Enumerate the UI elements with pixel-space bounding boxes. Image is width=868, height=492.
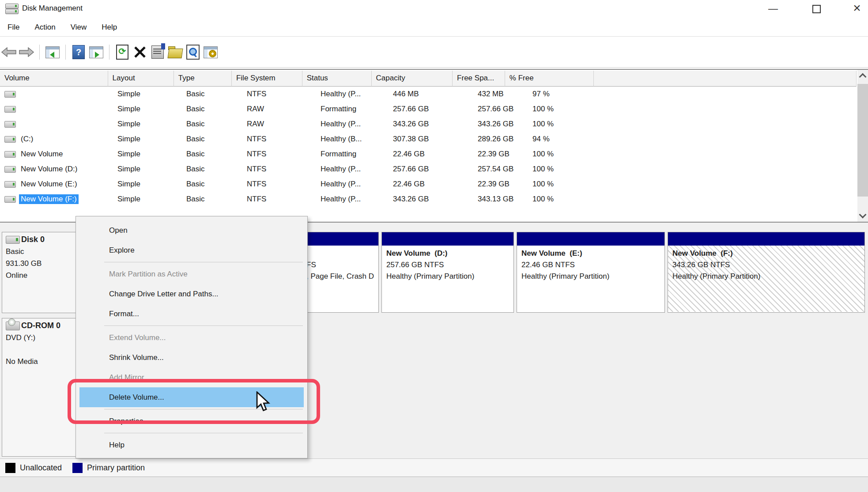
menubar-item-view[interactable]: View xyxy=(63,19,94,32)
volume-icon xyxy=(4,121,16,128)
menubar-item-action[interactable]: Action xyxy=(27,19,63,32)
toolbar: ? ⟳ xyxy=(0,37,868,68)
disk0-type: Basic xyxy=(6,247,72,256)
disk0-panel[interactable]: Disk 0 Basic 931.30 GB Online xyxy=(2,232,76,313)
cell-c1: Simple xyxy=(113,90,182,98)
partition-health: Healthy (Primary Partition) xyxy=(521,272,661,281)
status-bar xyxy=(0,477,868,492)
partition-size: 257.66 GB NTFS xyxy=(386,261,510,269)
cell-c1: Simple xyxy=(113,195,182,204)
menu-item-open[interactable]: Open xyxy=(76,220,307,240)
partition-body: FS, Page File, Crash D xyxy=(302,246,378,312)
show-console-tree-icon[interactable] xyxy=(44,43,61,61)
legend-bar: Unallocated Primary partition xyxy=(0,458,868,477)
partition-c-partial[interactable]: FS, Page File, Crash D xyxy=(302,232,379,313)
menubar-item-file[interactable]: File xyxy=(0,19,27,32)
menu-item-format[interactable]: Format... xyxy=(76,304,307,324)
partition-health: Healthy (Primary Partition) xyxy=(672,272,861,281)
table-row[interactable]: New Volume (D:)SimpleBasicNTFSHealthy (P… xyxy=(0,162,857,177)
partition-d[interactable]: New Volume (D:)257.66 GB NTFSHealthy (Pr… xyxy=(381,232,514,313)
partition-e[interactable]: New Volume (E:)22.46 GB NTFSHealthy (Pri… xyxy=(517,232,665,313)
partition-header-bar xyxy=(302,232,378,246)
cell-c7: 100 % xyxy=(528,105,621,114)
cell-c7: 100 % xyxy=(528,195,621,204)
maximize-button[interactable] xyxy=(804,0,829,18)
menu-item-change-drive-letter-and-paths[interactable]: Change Drive Letter and Paths... xyxy=(76,284,307,304)
volume-icon xyxy=(4,136,16,143)
table-row[interactable]: New Volume (E:)SimpleBasicNTFSHealthy (P… xyxy=(0,177,857,192)
open-folder-icon[interactable] xyxy=(166,43,184,61)
cell-c6: 289.26 GB xyxy=(473,135,528,144)
vertical-scrollbar[interactable] xyxy=(857,70,868,222)
volume-label: New Volume xyxy=(19,149,64,159)
disk-management-app-icon xyxy=(5,4,19,14)
column-header-Layout[interactable]: Layout xyxy=(108,71,174,87)
partition-body: New Volume (E:)22.46 GB NTFSHealthy (Pri… xyxy=(517,246,664,312)
partition-name: New Volume (D:) xyxy=(386,249,510,258)
table-row[interactable]: (C:)SimpleBasicNTFSHealthy (B...307.38 G… xyxy=(0,132,857,147)
menu-item-extend-volume: Extend Volume... xyxy=(76,328,307,348)
cell-c5: 257.66 GB xyxy=(389,165,473,174)
menu-item-delete-volume[interactable]: Delete Volume... xyxy=(79,387,304,407)
scroll-up-icon[interactable] xyxy=(857,70,868,82)
menubar-item-help[interactable]: Help xyxy=(94,19,125,32)
disk-icon xyxy=(6,236,20,244)
column-header-Type[interactable]: Type xyxy=(174,71,232,87)
cell-c5: 343.26 GB xyxy=(389,120,473,129)
table-row[interactable]: SimpleBasicNTFSHealthy (P...446 MB432 MB… xyxy=(0,87,857,102)
table-row[interactable]: New Volume (F:)SimpleBasicNTFSHealthy (P… xyxy=(0,192,857,207)
column-header-% Free[interactable]: % Free xyxy=(505,71,594,87)
table-row[interactable]: SimpleBasicRAWHealthy (P...343.26 GB343.… xyxy=(0,117,857,132)
refresh-icon[interactable]: ⟳ xyxy=(113,43,131,61)
menu-item-explore[interactable]: Explore xyxy=(76,240,307,260)
menu-bar: FileActionViewHelp xyxy=(0,19,868,37)
show-action-pane-icon[interactable] xyxy=(87,43,105,61)
cell-c6: 343.26 GB xyxy=(473,120,528,129)
column-header-File System[interactable]: File System xyxy=(232,71,302,87)
column-header-Capacity[interactable]: Capacity xyxy=(372,71,453,87)
cell-c7: 100 % xyxy=(528,165,621,174)
help-icon[interactable]: ? xyxy=(70,43,87,61)
cell-c2: Basic xyxy=(182,90,242,98)
menu-item-help[interactable]: Help xyxy=(76,435,307,455)
forward-icon[interactable] xyxy=(18,43,35,61)
cell-c1: Simple xyxy=(113,165,182,174)
menu-item-properties[interactable]: Properties xyxy=(76,411,307,431)
column-header-blank[interactable] xyxy=(594,71,857,87)
spacer xyxy=(6,345,72,354)
volume-icon xyxy=(4,91,16,98)
partition-name: New Volume (E:) xyxy=(521,249,661,258)
column-header-Free Spa...[interactable]: Free Spa... xyxy=(453,71,505,87)
scrollbar-thumb[interactable] xyxy=(857,84,868,197)
table-row[interactable]: New VolumeSimpleBasicNTFSFormatting22.46… xyxy=(0,147,857,162)
cell-c2: Basic xyxy=(182,135,242,144)
volume-cell xyxy=(0,106,113,113)
cdrom0-panel[interactable]: CD-ROM 0 DVD (Y:) No Media xyxy=(2,318,76,457)
unallocated-swatch xyxy=(5,463,15,473)
find-icon[interactable] xyxy=(184,43,202,61)
properties-icon[interactable] xyxy=(149,43,166,61)
cell-c2: Basic xyxy=(182,165,242,174)
delete-icon[interactable] xyxy=(131,43,149,61)
minimize-button[interactable]: — xyxy=(760,0,786,18)
cell-c2: Basic xyxy=(182,120,242,129)
primary-partition-label: Primary partition xyxy=(87,463,145,473)
column-header-Status[interactable]: Status xyxy=(302,71,372,87)
column-header-Volume[interactable]: Volume xyxy=(0,71,108,87)
menu-item-shrink-volume[interactable]: Shrink Volume... xyxy=(76,348,307,367)
back-icon[interactable] xyxy=(0,43,18,61)
volume-icon xyxy=(4,181,16,188)
partition-health: Healthy (Primary Partition) xyxy=(386,272,510,281)
volume-label: New Volume (D:) xyxy=(19,164,79,174)
scroll-down-icon[interactable] xyxy=(857,209,868,222)
cell-c5: 307.38 GB xyxy=(389,135,473,144)
table-row[interactable]: SimpleBasicRAWFormatting257.66 GB257.66 … xyxy=(0,102,857,117)
cell-c7: 94 % xyxy=(528,135,621,144)
close-button[interactable]: × xyxy=(844,0,868,18)
partition-body: New Volume (D:)257.66 GB NTFSHealthy (Pr… xyxy=(382,246,513,312)
help-topics-icon[interactable] xyxy=(202,43,219,61)
cell-c5: 22.46 GB xyxy=(389,180,473,189)
partition-f[interactable]: New Volume (F:)343.26 GB NTFSHealthy (Pr… xyxy=(668,232,865,313)
cell-c4: Healthy (P... xyxy=(316,180,389,189)
partition-health: , Page File, Crash D xyxy=(306,272,375,281)
